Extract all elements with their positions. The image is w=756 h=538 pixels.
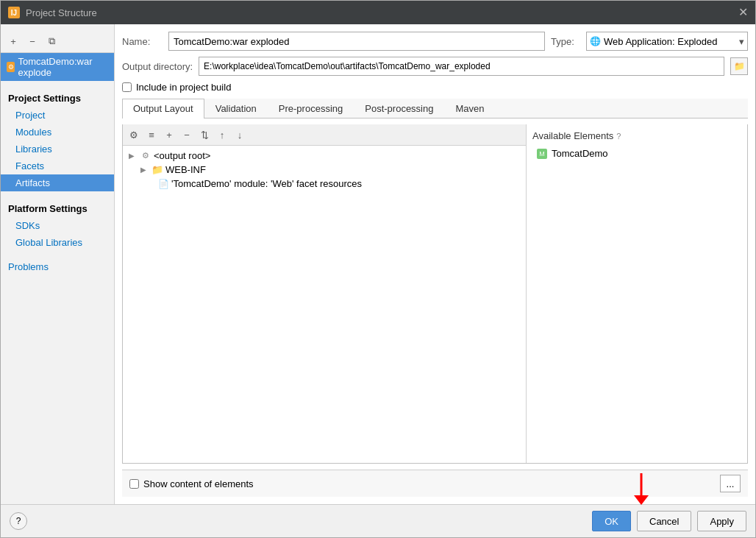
artifact-icon: ⚙ — [7, 62, 15, 72]
project-structure-dialog: IJ Project Structure ✕ + − ⧉ ⚙ TomcatDem… — [0, 0, 756, 538]
type-dropdown-arrow[interactable]: ▾ — [739, 36, 744, 47]
close-button[interactable]: ✕ — [738, 7, 748, 18]
add-button[interactable]: + — [5, 33, 21, 49]
sidebar: + − ⧉ ⚙ TomcatDemo:war explode Project S… — [1, 24, 115, 504]
expand-arrow-output-root: ▶ — [129, 152, 138, 160]
title-bar: IJ Project Structure ✕ — [1, 1, 755, 24]
artifact-list-item[interactable]: ⚙ TomcatDemo:war explode — [1, 53, 114, 81]
tree-item-output-root-label: <output root> — [154, 150, 210, 161]
sidebar-item-problems[interactable]: Problems — [1, 258, 114, 275]
panel-add-btn[interactable]: + — [161, 127, 177, 143]
tree-item-web-inf[interactable]: ▶ 📁 WEB-INF — [126, 163, 523, 177]
name-row: Name: Type: 🌐 Web Application: Exploded … — [122, 32, 748, 51]
artifact-name: TomcatDemo:war explode — [18, 56, 108, 78]
dialog-footer: ? OK Cancel Apply — [1, 504, 755, 537]
available-elements-help-icon[interactable]: ? — [616, 132, 621, 141]
panel-sort-btn[interactable]: ⇅ — [196, 127, 213, 143]
type-label: Type: — [551, 36, 580, 47]
output-dir-label: Output directory: — [122, 61, 193, 72]
show-content-checkbox[interactable] — [129, 479, 139, 489]
tab-validation[interactable]: Validation — [204, 99, 268, 118]
tree-item-facet-resources-label: 'TomcatDemo' module: 'Web' facet resourc… — [171, 178, 362, 189]
sidebar-item-global-libraries[interactable]: Global Libraries — [1, 234, 114, 251]
sidebar-item-modules[interactable]: Modules — [1, 124, 114, 141]
output-dir-input[interactable] — [199, 57, 724, 76]
browse-folder-button[interactable]: 📁 — [730, 57, 748, 75]
include-in-build-checkbox[interactable] — [122, 82, 132, 92]
sidebar-item-project[interactable]: Project — [1, 107, 114, 124]
name-input[interactable] — [168, 32, 545, 51]
tree-item-facet-resources[interactable]: 📄 'TomcatDemo' module: 'Web' facet resou… — [126, 177, 523, 191]
tabs-bar: Output Layout Validation Pre-processing … — [122, 99, 748, 118]
tree-item-web-inf-label: WEB-INF — [165, 164, 206, 175]
sidebar-item-libraries[interactable]: Libraries — [1, 141, 114, 157]
tree-item-output-root[interactable]: ▶ ⚙ <output root> — [126, 149, 523, 163]
output-root-icon: ⚙ — [140, 151, 151, 161]
folder-icon-web-inf: 📁 — [152, 165, 163, 175]
copy-button[interactable]: ⧉ — [43, 33, 60, 49]
ok-button[interactable]: OK — [592, 511, 631, 531]
tab-pre-processing[interactable]: Pre-processing — [268, 99, 354, 118]
panel-tree: ▶ ⚙ <output root> ▶ 📁 WEB-INF 📄 — [123, 146, 526, 463]
output-dir-row: Output directory: 📁 — [122, 57, 748, 76]
sidebar-item-artifacts[interactable]: Artifacts — [1, 174, 114, 191]
panel-remove-btn[interactable]: − — [179, 127, 195, 143]
type-value: Web Application: Exploded — [604, 36, 736, 47]
available-item-label: TomcatDemo — [552, 148, 608, 159]
available-item-tomcatdemo[interactable]: M TomcatDemo — [532, 146, 741, 161]
panel-up-btn[interactable]: ↑ — [214, 127, 230, 143]
sidebar-item-facets[interactable]: Facets — [1, 157, 114, 174]
svg-marker-1 — [634, 495, 649, 505]
expand-arrow-web-inf: ▶ — [140, 166, 149, 174]
show-content-label[interactable]: Show content of elements — [143, 478, 254, 489]
tab-output-layout[interactable]: Output Layout — [122, 99, 204, 118]
main-panel: Name: Type: 🌐 Web Application: Exploded … — [115, 24, 755, 504]
panel-left-toolbar: ⚙ ≡ + − ⇅ ↑ ↓ — [123, 124, 526, 146]
panel-list-btn[interactable]: ≡ — [143, 127, 160, 143]
help-button[interactable]: ? — [10, 512, 27, 530]
type-select[interactable]: 🌐 Web Application: Exploded ▾ — [586, 32, 748, 51]
include-in-build-row: Include in project build — [122, 82, 748, 93]
apply-button[interactable]: Apply — [697, 511, 746, 531]
available-elements-title: Available Elements — [532, 130, 613, 141]
panel-left: ⚙ ≡ + − ⇅ ↑ ↓ ▶ ⚙ — [123, 124, 527, 463]
panel-down-btn[interactable]: ↓ — [232, 127, 248, 143]
cancel-button[interactable]: Cancel — [637, 511, 691, 531]
project-settings-label: Project Settings — [1, 88, 114, 107]
window-title: Project Structure — [26, 7, 97, 18]
panel-right: Available Elements ? M TomcatDemo — [527, 124, 747, 463]
remove-button[interactable]: − — [24, 33, 40, 49]
name-label: Name: — [122, 36, 163, 47]
tab-maven[interactable]: Maven — [444, 99, 495, 118]
panel-settings-btn[interactable]: ⚙ — [126, 127, 142, 143]
resource-icon: 📄 — [158, 179, 168, 189]
web-app-icon: 🌐 — [590, 36, 601, 46]
tab-post-processing[interactable]: Post-processing — [354, 99, 444, 118]
arrow-indicator — [627, 470, 656, 509]
platform-settings-label: Platform Settings — [1, 199, 114, 217]
ellipsis-button[interactable]: ... — [720, 475, 741, 492]
module-icon: M — [537, 149, 547, 159]
sidebar-item-sdks[interactable]: SDKs — [1, 217, 114, 234]
app-icon: IJ — [8, 7, 20, 18]
include-in-build-label[interactable]: Include in project build — [136, 82, 231, 93]
panel-area: ⚙ ≡ + − ⇅ ↑ ↓ ▶ ⚙ — [122, 124, 748, 464]
